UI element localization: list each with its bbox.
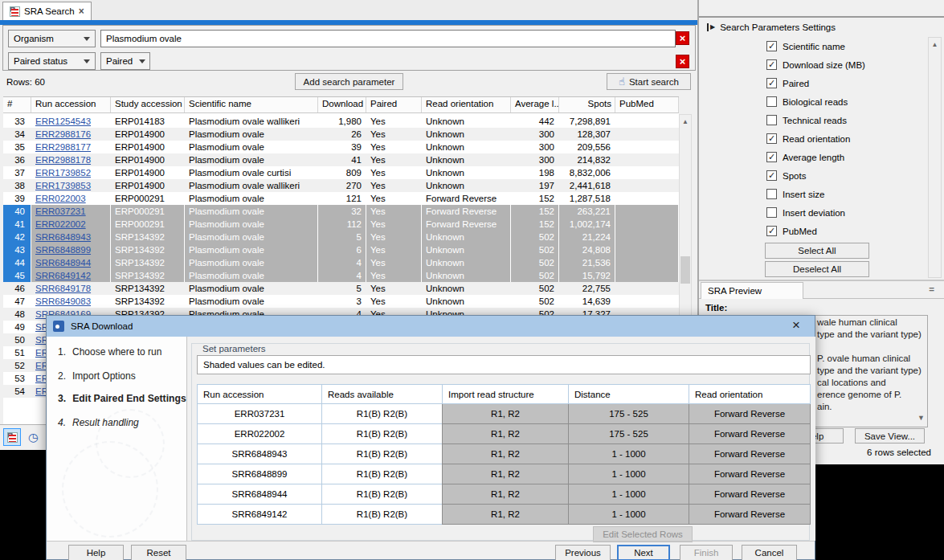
checkbox-unchecked-icon[interactable] — [766, 115, 777, 125]
dialog-titlebar[interactable]: SRA Download — [47, 316, 815, 337]
field-select-organism[interactable]: Organism — [8, 30, 96, 47]
dialog-cell-2[interactable]: R1, R2 — [442, 444, 568, 464]
scroll-down-icon[interactable]: ▼ — [917, 414, 925, 422]
column-header-pubmed[interactable]: PubMed — [615, 97, 679, 112]
next-button[interactable]: Next — [617, 545, 670, 560]
dialog-cell-3[interactable]: 1 - 1000 — [568, 505, 689, 525]
dialog-cell-3[interactable]: 1 - 1000 — [568, 464, 689, 484]
checkbox-checked-icon[interactable]: ✓ — [766, 226, 777, 236]
scrollbar-thumb[interactable] — [680, 256, 690, 284]
checkbox-checked-icon[interactable]: ✓ — [766, 59, 777, 70]
dialog-cell-2[interactable]: R1, R2 — [442, 404, 568, 424]
dialog-cell-3[interactable]: 1 - 1000 — [568, 444, 689, 464]
dialog-table-row[interactable]: ERR037231R1(B) R2(B)R1, R2175 - 525Forwa… — [197, 404, 811, 424]
table-row[interactable]: 41ERR022002ERP000291Plasmodium ovale112Y… — [3, 218, 679, 231]
run-accession-link[interactable]: ERR2988176 — [35, 129, 91, 139]
column-header-num[interactable]: # — [3, 97, 31, 112]
table-row[interactable]: 35ERR2988177ERP014900Plasmodium ovale39Y… — [3, 141, 679, 153]
run-accession-link[interactable]: ERR022003 — [35, 194, 86, 203]
run-accession-link[interactable]: ERR1739853 — [35, 181, 91, 190]
dialog-cell-3[interactable]: 1 - 1000 — [568, 484, 689, 505]
column-header-paired[interactable]: Paired — [366, 97, 422, 112]
run-accession-link[interactable]: SRR6848943 — [35, 232, 91, 242]
checkbox-unchecked-icon[interactable] — [766, 189, 777, 199]
table-row[interactable]: 42SRR6848943SRP134392Plasmodium ovale5Ye… — [3, 231, 679, 243]
column-header-study[interactable]: Study accession — [111, 97, 185, 112]
run-accession-link[interactable]: ERR1739852 — [35, 168, 91, 178]
table-row[interactable]: 38ERR1739853ERP014900Plasmodium ovale wa… — [3, 179, 679, 192]
run-accession-link[interactable]: SRR6849178 — [35, 284, 91, 293]
dialog-cell-4[interactable]: Forward Reverse — [689, 424, 811, 444]
cancel-button[interactable]: Cancel — [742, 545, 797, 560]
run-accession-link[interactable]: SRR6849142 — [35, 271, 91, 280]
scroll-up-icon[interactable]: ▲ — [929, 38, 941, 51]
minimize-panel-icon[interactable]: = — [929, 284, 934, 294]
dialog-table-row[interactable]: ERR022002R1(B) R2(B)R1, R2175 - 525Forwa… — [197, 424, 811, 444]
dialog-cell-2[interactable]: R1, R2 — [442, 464, 568, 484]
organism-value-input[interactable]: Plasmodium ovale — [100, 30, 676, 47]
checkbox-unchecked-icon[interactable] — [766, 96, 777, 107]
paired-value-select[interactable]: Paired — [100, 52, 150, 70]
add-search-parameter-button[interactable]: Add search parameter — [295, 73, 403, 90]
run-accession-link[interactable]: ERR1254543 — [35, 116, 91, 126]
previous-button[interactable]: Previous — [555, 545, 611, 560]
table-row[interactable]: 37ERR1739852ERP014900Plasmodium ovale cu… — [3, 166, 679, 179]
dialog-cell-3[interactable]: 175 - 525 — [568, 404, 689, 424]
run-accession-link[interactable]: SRR6848944 — [35, 258, 91, 268]
run-accession-link[interactable]: ERR022002 — [35, 219, 86, 229]
tab-sra-search[interactable]: SRA Search × — [2, 2, 92, 20]
table-row[interactable]: 43SRR6848899SRP134392Plasmodium ovale6Ye… — [3, 243, 679, 256]
table-row[interactable]: 45SRR6849142SRP134392Plasmodium ovale4Ye… — [3, 269, 679, 282]
column-header-download[interactable]: Download ... — [318, 97, 366, 112]
table-row[interactable]: 47SRR6849083SRP134392Plasmodium ovale3Ye… — [3, 295, 679, 308]
dialog-cell-4[interactable]: Forward Reverse — [689, 404, 811, 424]
settings-scrollbar[interactable]: ▲ — [928, 37, 942, 278]
dialog-cell-4[interactable]: Forward Reverse — [689, 444, 811, 464]
dialog-cell-3[interactable]: 175 - 525 — [568, 424, 689, 444]
table-row[interactable]: 46SRR6849178SRP134392Plasmodium ovale5Ye… — [3, 282, 679, 295]
dialog-table-row[interactable]: SRR6848899R1(B) R2(B)R1, R21 - 1000Forwa… — [197, 464, 811, 484]
dialog-cell-2[interactable]: R1, R2 — [442, 484, 568, 505]
run-accession-link[interactable]: ERR2988178 — [35, 155, 91, 165]
run-accession-link[interactable]: ERR037231 — [35, 206, 86, 216]
table-row[interactable]: 36ERR2988178ERP014900Plasmodium ovale41Y… — [3, 153, 679, 166]
dialog-cell-4[interactable]: Forward Reverse — [689, 464, 811, 484]
reset-button[interactable]: Reset — [131, 545, 186, 560]
table-row[interactable]: 40ERR037231ERP000291Plasmodium ovale32Ye… — [3, 205, 679, 218]
run-accession-link[interactable]: ERR2988177 — [35, 142, 91, 152]
column-header-name[interactable]: Scientific name — [185, 97, 318, 112]
checkbox-unchecked-icon[interactable] — [766, 207, 777, 218]
dialog-table-row[interactable]: SRR6848943R1(B) R2(B)R1, R21 - 1000Forwa… — [197, 444, 811, 464]
table-row[interactable]: 33ERR1254543ERP014183Plasmodium ovale wa… — [3, 115, 679, 128]
start-search-button[interactable]: ☝ Start search — [607, 73, 691, 90]
remove-criterion-button[interactable]: × — [676, 31, 689, 45]
dialog-cell-4[interactable]: Forward Reverse — [689, 505, 811, 525]
field-select-paired-status[interactable]: Paired status — [8, 52, 96, 70]
search-parameters-settings-header[interactable]: ▶ Search Parameters Settings — [707, 22, 836, 32]
checkbox-checked-icon[interactable]: ✓ — [766, 170, 777, 181]
checkbox-checked-icon[interactable]: ✓ — [766, 41, 777, 51]
run-accession-link[interactable]: SRR6848899 — [35, 245, 91, 255]
save-view-button[interactable]: Save View... — [855, 428, 925, 444]
sra-preview-tab[interactable]: SRA Preview — [701, 282, 803, 299]
column-header-run[interactable]: Run accession — [31, 97, 111, 112]
column-header-avg[interactable]: Average l... — [511, 97, 559, 112]
table-row[interactable]: 34ERR2988176ERP014900Plasmodium ovale26Y… — [3, 128, 679, 141]
dialog-cell-2[interactable]: R1, R2 — [442, 505, 568, 525]
scroll-up-icon[interactable]: ▲ — [680, 115, 691, 128]
column-header-spots[interactable]: Spots — [559, 97, 615, 112]
dialog-cell-2[interactable]: R1, R2 — [442, 424, 568, 444]
checkbox-checked-icon[interactable]: ✓ — [766, 152, 777, 162]
table-row[interactable]: 44SRR6848944SRP134392Plasmodium ovale4Ye… — [3, 256, 679, 269]
history-view-icon[interactable]: ◷ — [24, 428, 42, 446]
column-header-orientation[interactable]: Read orientation — [422, 97, 511, 112]
tab-close-icon[interactable]: × — [79, 6, 84, 17]
dialog-table-row[interactable]: SRR6849142R1(B) R2(B)R1, R21 - 1000Forwa… — [197, 505, 811, 525]
deselect-all-button[interactable]: Deselect All — [765, 261, 869, 277]
dialog-cell-4[interactable]: Forward Reverse — [689, 484, 811, 505]
table-view-icon[interactable] — [3, 428, 21, 446]
checkbox-checked-icon[interactable]: ✓ — [766, 78, 777, 88]
run-accession-link[interactable]: SRR6849083 — [35, 296, 91, 306]
remove-criterion-button[interactable]: × — [676, 55, 689, 68]
dialog-table-row[interactable]: SRR6848944R1(B) R2(B)R1, R21 - 1000Forwa… — [197, 484, 811, 505]
